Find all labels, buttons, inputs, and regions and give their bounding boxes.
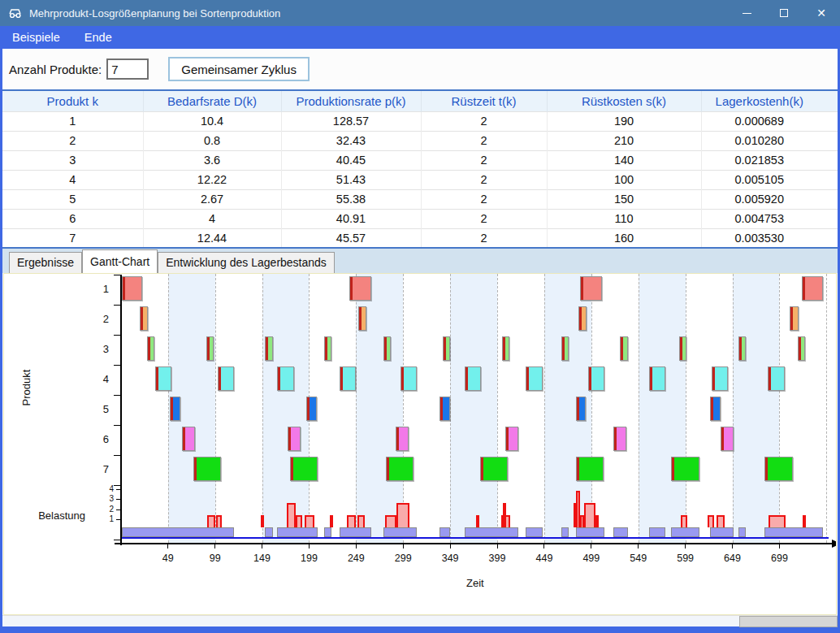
column-header: Rüstkosten s(k) [547, 90, 701, 111]
table-row: 33.640.4521400.021853 [2, 150, 838, 170]
window-title: Mehrprodukt-Losgrößenplanung bei Sortenp… [29, 7, 728, 20]
gantt-bar-product-2 [578, 306, 587, 331]
y-axis-tick [114, 425, 120, 426]
tab-entwicklung-des-lagerbestands[interactable]: Entwicklung des Lagerbestands [158, 252, 335, 273]
grid-line [215, 274, 216, 543]
load-axis-tick-label: 3 [101, 494, 114, 503]
table-cell: 3.6 [143, 150, 281, 170]
machine-busy-segment [265, 527, 272, 537]
product-axis-label: 4 [86, 373, 109, 385]
y-axis-tick [114, 540, 120, 540]
column-header: Bedarfsrate D(k) [143, 90, 281, 111]
gemeinsamer-zyklus-button[interactable]: Gemeinsamer Zyklus [168, 57, 310, 81]
scrollbar-thumb[interactable] [739, 616, 838, 627]
x-axis-tick-label: 449 [526, 553, 562, 564]
setup-time-stripe [148, 337, 150, 360]
table-cell: 0.8 [143, 131, 281, 150]
gantt-bar-product-4 [465, 366, 481, 391]
column-header: Produktionsrate p(k) [281, 90, 421, 111]
period-band [733, 274, 780, 543]
product-axis-label: 3 [86, 343, 109, 355]
x-axis-tick-label: 599 [668, 553, 704, 564]
gantt-bar-product-4 [712, 366, 728, 391]
gantt-bar-product-3 [502, 336, 509, 361]
table-cell: 2 [421, 189, 547, 209]
gantt-chart-panel: 1234567123449991491992492993493994494995… [3, 273, 837, 615]
table-row: 52.6755.3821500.005920 [2, 189, 838, 209]
x-axis-tick-label: 149 [245, 553, 280, 564]
load-histogram-bar [476, 515, 479, 527]
busy-baseline [122, 537, 829, 539]
setup-time-stripe [307, 397, 310, 420]
gantt-bar-product-3 [738, 336, 746, 361]
gantt-bar-product-2 [140, 306, 148, 331]
minimize-button[interactable] [728, 0, 765, 26]
gantt-bar-product-6 [721, 427, 734, 451]
anzahl-produkte-label: Anzahl Produkte: [9, 63, 102, 76]
setup-time-stripe [396, 427, 399, 450]
table-cell: 2 [421, 209, 547, 228]
x-axis-tick [450, 544, 451, 548]
table-cell: 210 [547, 131, 701, 150]
gantt-bar-product-5 [439, 397, 450, 421]
machine-busy-segment [613, 527, 627, 537]
table-cell: 2 [421, 111, 547, 131]
x-axis-tick [167, 544, 168, 548]
product-axis-label: 2 [86, 313, 109, 325]
load-histogram-bar [261, 515, 264, 527]
window-bottom-border [2, 626, 838, 633]
setup-time-stripe [156, 367, 158, 390]
period-band [639, 274, 686, 543]
gantt-bar-product-1 [122, 276, 142, 301]
close-button[interactable]: ✕ [803, 0, 840, 26]
table-cell: 2 [2, 131, 143, 150]
setup-time-stripe [291, 457, 293, 480]
product-table: Produkt kBedarfsrate D(k)Produktionsrate… [2, 89, 838, 249]
x-axis-tick [779, 544, 780, 548]
gantt-bar-product-1 [802, 276, 822, 301]
x-axis-tick-label: 549 [621, 553, 656, 564]
table-cell: 0.005920 [701, 189, 838, 209]
load-histogram-bar [347, 515, 355, 527]
grid-line [450, 274, 451, 543]
grid-line [497, 274, 498, 543]
setup-time-stripe [589, 367, 591, 390]
menu-item-beispiele[interactable]: Beispiele [0, 26, 72, 49]
setup-time-stripe [219, 367, 221, 390]
table-cell: 0.010280 [701, 131, 838, 150]
gantt-bar-product-1 [349, 276, 371, 301]
setup-time-stripe [288, 427, 291, 450]
bottom-bar [2, 615, 838, 633]
y-axis-tick [114, 335, 120, 336]
maximize-button[interactable] [765, 0, 803, 26]
menu-item-ende[interactable]: Ende [72, 26, 124, 49]
setup-time-stripe [712, 367, 715, 390]
tab-gantt-chart[interactable]: Gantt-Chart [82, 249, 158, 273]
load-histogram-bar [207, 515, 215, 527]
horizontal-scrollbar[interactable] [2, 615, 838, 626]
load-axis-tick [116, 519, 120, 520]
load-axis-tick [116, 509, 120, 510]
setup-time-stripe [621, 337, 623, 360]
window-content: Anzahl Produkte: Gemeinsamer Zyklus Prod… [0, 49, 840, 633]
anzahl-produkte-input[interactable] [106, 59, 149, 80]
load-axis-tick-label: 1 [101, 514, 114, 523]
x-axis-tick [214, 544, 215, 548]
table-cell: 4 [2, 170, 143, 189]
table-body: 110.4128.5721900.00068920.832.4322100.01… [2, 111, 838, 248]
tab-ergebnisse[interactable]: Ergebnisse [9, 252, 82, 273]
setup-time-stripe [350, 277, 353, 300]
x-axis-tick-label: 649 [715, 553, 751, 564]
table-cell: 2.67 [143, 189, 281, 209]
setup-time-stripe [579, 307, 582, 330]
setup-time-stripe [171, 397, 173, 420]
column-header: Produkt k [2, 90, 143, 111]
table-header-row: Produkt kBedarfsrate D(k)Produktionsrate… [2, 90, 838, 111]
x-axis-tick-label: 399 [479, 553, 515, 564]
table-cell: 2 [421, 150, 547, 170]
gantt-bar-product-4 [155, 366, 171, 391]
period-band [450, 274, 497, 543]
machine-busy-segment [671, 527, 699, 537]
grid-line [262, 274, 263, 543]
load-histogram-bar [769, 515, 786, 527]
